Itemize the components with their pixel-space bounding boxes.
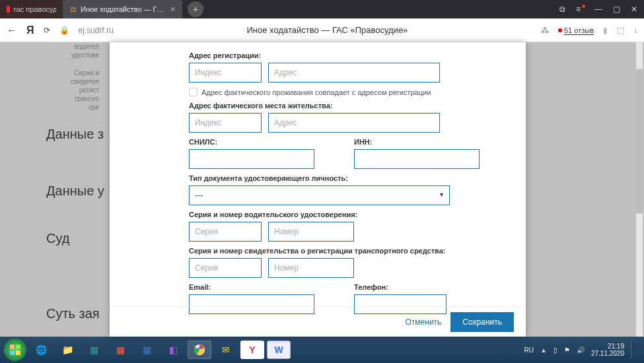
favicon-scales-icon: ⚖ [70, 5, 77, 14]
page-title: Иное ходатайство — ГАС «Правосудие» [123, 25, 532, 35]
reg-address-input[interactable] [268, 63, 440, 82]
label-fact-address: Адрес фактического места жительства: [189, 102, 511, 110]
tab-label: гас правосудие официаль [14, 5, 56, 13]
task-ie-icon[interactable]: 🌐 [29, 341, 53, 359]
tray-expand-icon[interactable]: ▲ [540, 346, 547, 354]
yandex-logo-icon[interactable]: Я [26, 24, 34, 36]
task-yandex-icon[interactable]: Y [240, 341, 264, 359]
task-app-icon[interactable]: ◧ [161, 341, 185, 359]
copy-icon[interactable]: ⧉ [559, 5, 565, 14]
task-mail-icon[interactable]: ✉ [214, 341, 238, 359]
label-snils: СНИЛС: [189, 138, 314, 146]
minimize-icon[interactable]: — [594, 5, 602, 14]
fact-address-input[interactable] [268, 113, 440, 133]
lock-icon: 🔒 [59, 26, 69, 35]
back-icon[interactable]: ← [7, 24, 17, 36]
inn-input[interactable] [354, 149, 480, 169]
tab-active[interactable]: ⚖ Иное ходатайство — Г… ✕ [63, 0, 182, 18]
sidebar-partial-text: водител удостове Серия и свидетел регист… [46, 42, 99, 112]
tray-flag-icon[interactable]: ⚑ [564, 346, 570, 354]
svg-rect-2 [10, 350, 15, 355]
reg-index-input[interactable] [189, 63, 262, 82]
section-heading-applicant: Данные з [46, 127, 104, 142]
section-heading-court: Суд [46, 231, 69, 246]
extensions-icon[interactable]: ⬚ [617, 26, 624, 35]
scrollbar-thumb[interactable] [636, 69, 643, 214]
task-powerpoint-icon[interactable]: ▦ [108, 341, 132, 359]
label-phone: Телефон: [354, 283, 447, 291]
start-button[interactable] [4, 339, 26, 361]
section-heading-participant: Данные у [46, 183, 104, 199]
tab-label: Иное ходатайство — Г… [81, 5, 164, 13]
doc-type-select[interactable]: --- [189, 185, 450, 205]
snils-input[interactable] [189, 149, 314, 169]
address-bar: ← Я ⟳ 🔒 ej.sudrf.ru Иное ходатайство — Г… [0, 18, 644, 42]
section-heading-essence: Суть зая [46, 306, 100, 321]
new-tab-button[interactable]: + [188, 1, 203, 17]
label-inn: ИНН: [354, 138, 480, 146]
tray-volume-icon[interactable]: 🔊 [577, 346, 585, 354]
lang-indicator[interactable]: RU [524, 346, 534, 354]
taskbar: 🌐 📁 ▦ ▦ ▦ ◧ ✉ Y W RU ▲ ▯ ⚑ 🔊 21:19 27.11… [0, 337, 644, 363]
cancel-button[interactable]: Отменить [406, 317, 442, 327]
modal-footer: Отменить Сохранить [110, 306, 526, 337]
task-explorer-icon[interactable]: 📁 [55, 341, 79, 359]
label-vehicle-reg: Серия и номер свидетельства о регистраци… [189, 247, 511, 255]
fact-index-input[interactable] [189, 113, 262, 133]
same-address-label: Адрес фактического проживания совпадает … [201, 88, 431, 96]
tray-action-center-icon[interactable]: ▯ [554, 346, 557, 354]
svg-rect-0 [10, 345, 15, 349]
maximize-icon[interactable]: ▢ [613, 5, 620, 14]
label-doc-type: Тип документа удостоверяющего личность: [189, 174, 511, 182]
label-reg-address: Адрес регистрации: [189, 51, 511, 59]
save-button[interactable]: Сохранить [450, 312, 514, 332]
sts-series-input[interactable] [189, 258, 262, 278]
menu-icon[interactable]: ≡ [576, 5, 584, 14]
favicon-yandex [7, 6, 10, 13]
task-word-doc-icon[interactable]: W [267, 341, 291, 359]
task-word-icon[interactable]: ▦ [135, 341, 159, 359]
clock-time: 21:19 [591, 343, 624, 350]
download-icon[interactable]: ↓ [633, 26, 637, 35]
label-email: Email: [189, 283, 314, 291]
svg-rect-1 [16, 345, 20, 349]
clock[interactable]: 21:19 27.11.2020 [591, 343, 624, 357]
reload-icon[interactable]: ⟳ [44, 26, 50, 35]
same-address-checkbox[interactable] [189, 88, 197, 96]
drv-series-input[interactable] [189, 222, 262, 242]
tab-inactive[interactable]: гас правосудие официаль [0, 0, 63, 18]
show-desktop-button[interactable] [631, 341, 636, 359]
label-driver-license: Серия и номер водительского удостоверени… [189, 211, 511, 218]
window-controls: ⧉ ≡ — ▢ ✕ [559, 5, 644, 14]
translate-icon[interactable]: ⁂ [541, 26, 549, 35]
close-window-icon[interactable]: ✕ [631, 5, 637, 14]
tab-close-icon[interactable]: ✕ [170, 5, 176, 14]
task-chrome-icon[interactable] [188, 341, 211, 359]
page-background: водител удостове Серия и свидетел регист… [0, 42, 644, 337]
sts-number-input[interactable] [268, 258, 354, 278]
browser-tab-strip: гас правосудие официаль ⚖ Иное ходатайст… [0, 0, 644, 18]
reviews-link[interactable]: 51 отзыв [558, 26, 594, 35]
task-excel-icon[interactable]: ▦ [82, 341, 106, 359]
modal-dialog: Адрес регистрации: Адрес фактического пр… [110, 42, 526, 337]
drv-number-input[interactable] [268, 222, 354, 242]
clock-date: 27.11.2020 [591, 350, 624, 357]
url-text[interactable]: ej.sudrf.ru [79, 26, 114, 35]
svg-rect-3 [16, 350, 20, 355]
bookmark-icon[interactable]: ▮ [603, 26, 608, 35]
